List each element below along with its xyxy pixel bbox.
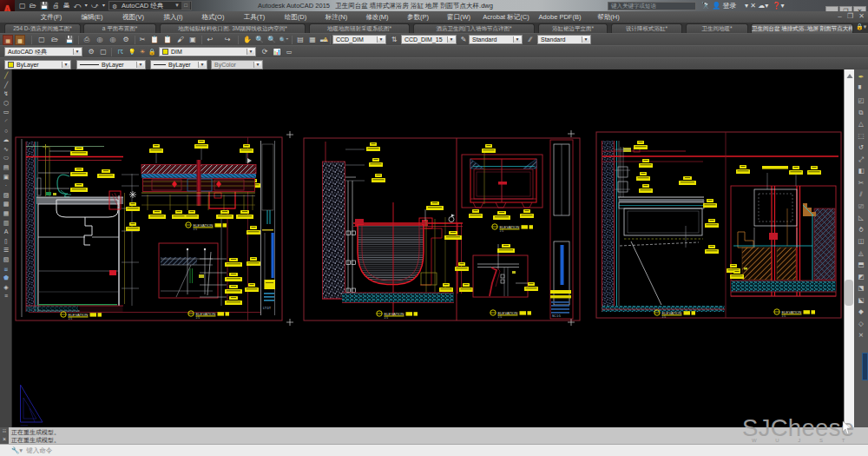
svg-text:LT DT: LT DT	[263, 307, 271, 310]
svg-text:SC 1:5: SC 1:5	[552, 314, 561, 318]
